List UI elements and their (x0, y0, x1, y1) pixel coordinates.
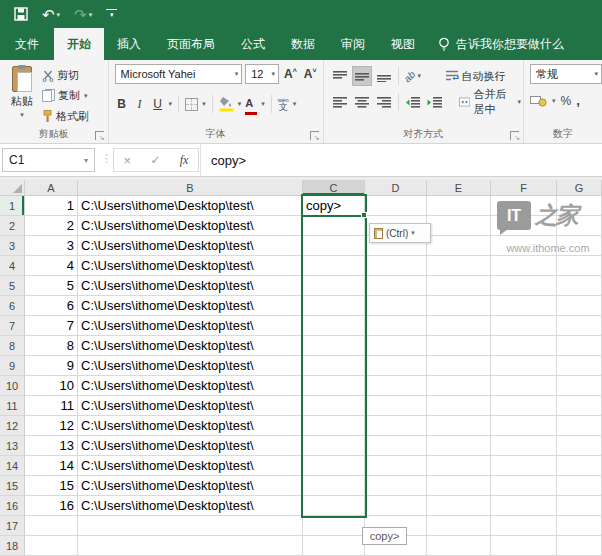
column-header-E[interactable]: E (427, 180, 491, 196)
row-header-15[interactable]: 15 (0, 476, 25, 496)
percent-style-button[interactable]: % (561, 94, 572, 108)
cell-C5[interactable] (303, 276, 365, 296)
cell-D4[interactable] (365, 256, 427, 276)
cell-C10[interactable] (303, 376, 365, 396)
cell-G7[interactable] (557, 316, 602, 336)
tell-me-box[interactable]: 告诉我你想要做什么 (438, 28, 564, 60)
cell-B12[interactable]: C:\Users\ithome\Desktop\test\ (78, 416, 303, 436)
cell-A15[interactable]: 15 (25, 476, 78, 496)
column-header-C[interactable]: C (303, 180, 365, 196)
orientation-button[interactable]: ab▾ (403, 66, 423, 86)
copy-button[interactable]: 复制 ▾ (40, 87, 91, 104)
row-header-12[interactable]: 12 (0, 416, 25, 436)
cell-D6[interactable] (365, 296, 427, 316)
cell-A14[interactable]: 14 (25, 456, 78, 476)
cell-D13[interactable] (365, 436, 427, 456)
cell-C11[interactable] (303, 396, 365, 416)
cell-C7[interactable] (303, 316, 365, 336)
cell-E4[interactable] (427, 256, 491, 276)
cell-A13[interactable]: 13 (25, 436, 78, 456)
cell-G10[interactable] (557, 376, 602, 396)
align-left-button[interactable] (330, 92, 350, 112)
cell-C13[interactable] (303, 436, 365, 456)
cell-B15[interactable]: C:\Users\ithome\Desktop\test\ (78, 476, 303, 496)
save-button[interactable] (14, 7, 28, 21)
column-header-A[interactable]: A (25, 180, 78, 196)
row-header-14[interactable]: 14 (0, 456, 25, 476)
align-middle-button[interactable] (352, 66, 372, 86)
cell-F7[interactable] (491, 316, 557, 336)
cell-E10[interactable] (427, 376, 491, 396)
cell-G13[interactable] (557, 436, 602, 456)
cell-A8[interactable]: 8 (25, 336, 78, 356)
cell-A16[interactable]: 16 (25, 496, 78, 516)
row-header-1[interactable]: 1 (0, 196, 25, 216)
cell-F18[interactable] (491, 536, 557, 556)
cell-B11[interactable]: C:\Users\ithome\Desktop\test\ (78, 396, 303, 416)
cell-F11[interactable] (491, 396, 557, 416)
row-header-10[interactable]: 10 (0, 376, 25, 396)
cell-D10[interactable] (365, 376, 427, 396)
cell-B5[interactable]: C:\Users\ithome\Desktop\test\ (78, 276, 303, 296)
cell-C16[interactable] (303, 496, 365, 516)
cell-E15[interactable] (427, 476, 491, 496)
cell-A4[interactable]: 4 (25, 256, 78, 276)
align-center-button[interactable] (352, 92, 372, 112)
cell-E3[interactable] (427, 236, 491, 256)
align-right-button[interactable] (374, 92, 394, 112)
font-color-button[interactable]: A (245, 93, 257, 115)
cell-G5[interactable] (557, 276, 602, 296)
row-header-5[interactable]: 5 (0, 276, 25, 296)
tab-file[interactable]: 文件 (0, 28, 54, 60)
underline-button[interactable]: U (151, 97, 165, 111)
column-header-F[interactable]: F (491, 180, 557, 196)
cell-E17[interactable] (427, 516, 491, 536)
cell-G11[interactable] (557, 396, 602, 416)
borders-button[interactable] (185, 98, 198, 111)
phonetic-guide-button[interactable]: wén文 (278, 98, 289, 111)
cell-F16[interactable] (491, 496, 557, 516)
accounting-format-button[interactable] (530, 94, 547, 107)
cell-G6[interactable] (557, 296, 602, 316)
cell-F6[interactable] (491, 296, 557, 316)
cell-F5[interactable] (491, 276, 557, 296)
cell-A2[interactable]: 2 (25, 216, 78, 236)
font-size-select[interactable]: 12 ▾ (245, 64, 279, 84)
row-header-9[interactable]: 9 (0, 356, 25, 376)
cell-F10[interactable] (491, 376, 557, 396)
grow-font-button[interactable]: A˄ (282, 67, 299, 81)
font-name-select[interactable]: Microsoft Yahei ▾ (115, 64, 243, 84)
cell-C9[interactable] (303, 356, 365, 376)
redo-button[interactable]: ↷▾ (74, 7, 92, 22)
cell-D8[interactable] (365, 336, 427, 356)
format-painter-button[interactable]: 格式刷 (40, 108, 91, 125)
cell-C8[interactable] (303, 336, 365, 356)
cell-C4[interactable] (303, 256, 365, 276)
cell-B17[interactable] (78, 516, 303, 536)
row-header-7[interactable]: 7 (0, 316, 25, 336)
cell-G15[interactable] (557, 476, 602, 496)
cell-B14[interactable]: C:\Users\ithome\Desktop\test\ (78, 456, 303, 476)
cell-B2[interactable]: C:\Users\ithome\Desktop\test\ (78, 216, 303, 236)
cell-A5[interactable]: 5 (25, 276, 78, 296)
cell-G12[interactable] (557, 416, 602, 436)
select-all-button[interactable] (0, 180, 25, 196)
cell-A3[interactable]: 3 (25, 236, 78, 256)
enter-button[interactable]: ✓ (150, 153, 160, 167)
cell-C12[interactable] (303, 416, 365, 436)
cell-B1[interactable]: C:\Users\ithome\Desktop\test\ (78, 196, 303, 216)
cell-B7[interactable]: C:\Users\ithome\Desktop\test\ (78, 316, 303, 336)
cell-E7[interactable] (427, 316, 491, 336)
cell-C18[interactable] (303, 536, 365, 556)
cell-B3[interactable]: C:\Users\ithome\Desktop\test\ (78, 236, 303, 256)
cell-G8[interactable] (557, 336, 602, 356)
row-header-17[interactable]: 17 (0, 516, 25, 536)
row-header-4[interactable]: 4 (0, 256, 25, 276)
cell-A17[interactable] (25, 516, 78, 536)
cell-G16[interactable] (557, 496, 602, 516)
row-header-2[interactable]: 2 (0, 216, 25, 236)
number-format-select[interactable]: 常规 ▾ (530, 64, 602, 84)
cell-E9[interactable] (427, 356, 491, 376)
cell-C2[interactable] (303, 216, 365, 236)
cell-B6[interactable]: C:\Users\ithome\Desktop\test\ (78, 296, 303, 316)
